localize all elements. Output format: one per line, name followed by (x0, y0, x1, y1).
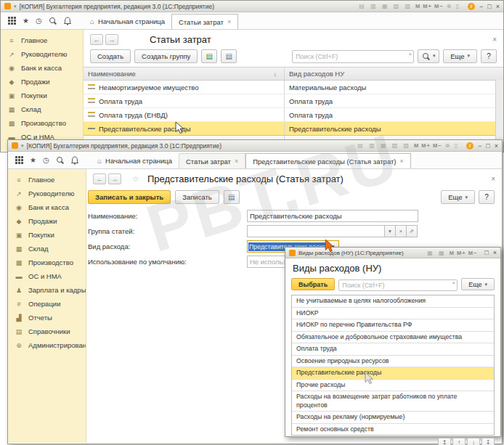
list-item[interactable]: НИОКР по перечню Правительства РФ (292, 319, 494, 332)
help-button[interactable]: ? (481, 49, 497, 63)
list-item[interactable]: Прочие расходы (292, 380, 494, 392)
close-form-icon[interactable]: × (492, 36, 497, 44)
search-options-button[interactable]: ▾ (418, 49, 439, 63)
list-item[interactable]: Расходы на рекламу (нормируемые) (292, 412, 494, 424)
table-row[interactable]: Неамортизируемое имущество Материальные … (84, 81, 503, 94)
sidebar-item-fixed-assets[interactable]: ▬ОС и НМА (8, 269, 86, 283)
sidebar-item-purchases[interactable]: ▣Покупки (1, 89, 83, 102)
tab-home[interactable]: ⌂ Начальная страница (91, 153, 179, 168)
global-search-icon[interactable] (56, 156, 64, 164)
tab-close-icon[interactable]: × (227, 18, 231, 25)
clear-search-icon[interactable]: × (452, 279, 456, 286)
notifications-bell-icon[interactable] (70, 156, 79, 165)
tab-close-icon[interactable]: × (400, 158, 404, 165)
column-header-name[interactable]: Наименование (88, 70, 136, 78)
close-window-button[interactable]: × (496, 3, 500, 10)
list-item[interactable]: Ремонт основных средств (292, 424, 494, 436)
titlebar-zoom-icons[interactable]: ⊕ ▯ (447, 3, 460, 9)
list-item[interactable]: Обязательное и добровольное страхование … (292, 332, 494, 344)
system-menu-caret-icon[interactable]: ▾ (14, 4, 17, 9)
info-icon[interactable]: i (466, 142, 473, 150)
info-icon[interactable]: i (468, 3, 475, 10)
create-group-button[interactable]: Создать группу (134, 49, 198, 63)
sidebar-item-bank-cash[interactable]: ◉Банк и касса (8, 200, 86, 214)
popup-search-input[interactable] (338, 279, 458, 291)
search-input[interactable] (292, 50, 414, 63)
favorites-star-icon[interactable]: ★ (30, 156, 36, 164)
go-down-button[interactable]: ↓ (467, 438, 480, 445)
sidebar-item-reports[interactable]: ▟Отчеты (8, 311, 86, 324)
memory-buttons[interactable]: M M+ M− (415, 3, 444, 9)
sidebar-item-bank-cash[interactable]: ◉Банк и касса (1, 61, 83, 75)
forward-button[interactable]: → (108, 173, 121, 184)
copy-element-button[interactable]: ▤ (201, 49, 217, 63)
sidebar-item-production[interactable]: ▩Производство (1, 116, 83, 130)
go-first-button[interactable]: ↥ (438, 438, 451, 445)
close-window-button[interactable]: × (493, 249, 497, 256)
group-open-icon[interactable]: ⇗ (407, 225, 418, 237)
sidebar-item-sales[interactable]: ◆Продажи (8, 214, 86, 228)
notifications-bell-icon[interactable] (63, 17, 72, 25)
sidebar-item-directories[interactable]: ▤Справочники (8, 324, 86, 338)
history-clock-icon[interactable]: ◷ (43, 156, 49, 164)
sidebar-item-operations[interactable]: #Операции (8, 297, 86, 311)
list-item[interactable]: Расходы на возмещение затрат работников … (292, 391, 494, 412)
tab-home[interactable]: ⌂ Начальная страница (84, 14, 171, 29)
sidebar-item-main[interactable]: ≡Главное (8, 173, 86, 187)
maximize-button[interactable]: □ (487, 3, 491, 10)
titlebar-tool-icons[interactable]: ▤ ▥ ▦ ▧ ▨ (357, 142, 411, 149)
create-button[interactable]: Создать (90, 49, 131, 63)
group-dropdown-caret-icon[interactable]: ▾ (385, 225, 396, 237)
favorites-star-icon[interactable]: ★ (23, 17, 29, 25)
group-field[interactable] (247, 225, 385, 237)
column-header-expense-type[interactable]: Вид расходов НУ (289, 70, 344, 78)
minimize-button[interactable]: − (478, 142, 481, 150)
popup-more-button[interactable]: Еще▾ (461, 278, 495, 290)
table-row-selected[interactable]: Представительские расходы Представительс… (84, 122, 503, 136)
set-list-mode-button[interactable]: ▤ (221, 49, 237, 63)
list-item[interactable]: Оплата труда (292, 343, 494, 356)
titlebar-tool-icons[interactable]: ▦ ▦ (427, 250, 446, 256)
sidebar-item-manager[interactable]: ↗Руководителю (8, 187, 86, 200)
help-button[interactable]: ? (479, 190, 495, 204)
show-in-list-button[interactable]: ▤ (224, 190, 240, 204)
table-row[interactable]: Оплата труда (ЕНВД) Оплата труда (84, 108, 503, 122)
sidebar-item-warehouse[interactable]: ▦Склад (1, 102, 83, 116)
go-up-button[interactable]: ↑ (452, 438, 466, 445)
memory-buttons[interactable]: M M+ M− (414, 142, 442, 149)
sidebar-item-production[interactable]: ▩Производство (8, 256, 86, 269)
global-search-icon[interactable] (49, 17, 57, 25)
list-item[interactable]: Освоение природных ресурсов (292, 356, 494, 368)
select-button[interactable]: Выбрать (291, 278, 335, 290)
clear-search-icon[interactable]: × (408, 51, 412, 57)
app-menu-grid-icon[interactable] (15, 156, 23, 164)
titlebar-tool-icons[interactable]: ▤ ▥ ▦ ▧ ▨ (359, 3, 412, 9)
sidebar-item-manager[interactable]: ↗Руководителю (1, 47, 83, 61)
titlebar-zoom-icons[interactable]: ⊕ ▯ (445, 142, 459, 149)
sidebar-item-purchases[interactable]: ▣Покупки (8, 228, 86, 242)
list-item[interactable]: НИОКР (292, 308, 494, 320)
name-field[interactable] (247, 210, 418, 222)
memory-buttons[interactable]: M M+ M− (450, 250, 478, 256)
more-button[interactable]: Еще▾ (443, 49, 477, 63)
table-header[interactable]: Наименование↓ Вид расходов НУ (84, 68, 503, 81)
favorite-star-icon[interactable]: ☆ (132, 174, 139, 184)
go-last-button[interactable]: ↧ (481, 438, 495, 445)
tab-close-icon[interactable]: × (235, 158, 238, 165)
maximize-button[interactable]: □ (486, 142, 489, 150)
close-form-icon[interactable]: × (491, 175, 495, 183)
back-button[interactable]: ← (93, 173, 106, 184)
maximize-button[interactable]: □ (484, 249, 488, 256)
tab-cost-items[interactable]: Статьи затрат × (179, 153, 245, 168)
app-menu-grid-icon[interactable] (8, 17, 16, 25)
system-menu-caret-icon[interactable]: ▾ (21, 143, 24, 149)
sidebar-item-salary-hr[interactable]: ♟Зарплата и кадры (8, 283, 86, 297)
history-clock-icon[interactable]: ◷ (36, 17, 42, 25)
minimize-button[interactable]: − (479, 3, 483, 10)
close-window-button[interactable]: × (495, 142, 498, 150)
forward-button[interactable]: → (105, 34, 118, 45)
tab-cost-items[interactable]: Статьи затрат × (171, 14, 238, 29)
tab-cost-item-card[interactable]: Представительские расходы (Статья затрат… (245, 153, 411, 168)
list-item-selected[interactable]: Представительские расходы (292, 367, 494, 380)
sidebar-item-warehouse[interactable]: ▦Склад (8, 242, 86, 256)
